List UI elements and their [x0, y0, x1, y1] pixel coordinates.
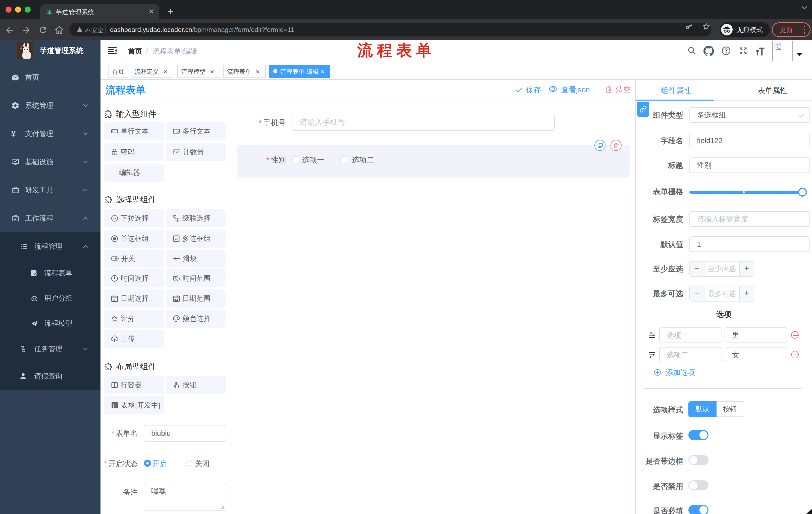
svg-text:123: 123	[174, 151, 179, 154]
